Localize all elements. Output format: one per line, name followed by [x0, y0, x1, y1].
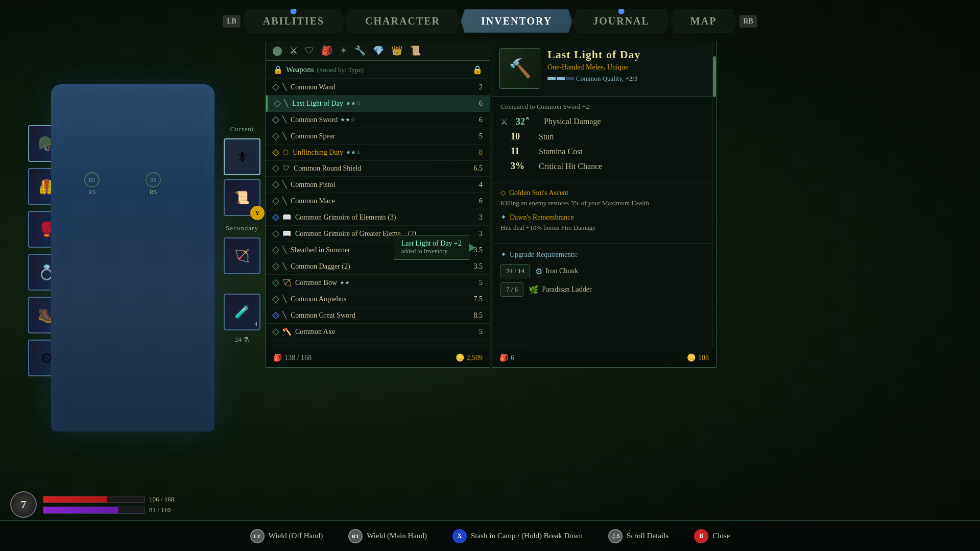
detail-quality: Common Quality, +2/3	[547, 75, 709, 83]
item-row[interactable]: 🛡 Common Round Shield 6.5	[266, 161, 490, 177]
physical-damage-icon: ⚔	[500, 117, 511, 127]
item-diamond	[272, 149, 279, 156]
item-name: Common Sword ★★☆	[291, 116, 465, 124]
item-name: Common Mace	[291, 197, 465, 205]
item-diamond	[272, 279, 279, 286]
offhand-slot-current[interactable]: 📜 Y	[224, 179, 260, 216]
dawn-ability-icon: ✦	[500, 213, 507, 222]
upgrade-icon: ✦	[500, 250, 507, 259]
level-badge: 7	[10, 491, 37, 518]
item-row[interactable]: ╲ Common Pistol 4	[266, 177, 490, 193]
item-row[interactable]: ╲ Last Light of Day ★★☆ 6	[266, 95, 490, 112]
tab-journal[interactable]: JOURNAL	[572, 9, 670, 33]
cat-magic-icon[interactable]: ✦	[340, 45, 347, 56]
stat-name-stun: Stun	[539, 132, 554, 141]
item-duty-icon: ⬡	[282, 148, 289, 157]
item-diamond	[272, 165, 279, 172]
cat-tools-icon[interactable]: 🔧	[354, 45, 366, 56]
item-diamond	[272, 295, 279, 302]
rt-button[interactable]: RT	[348, 529, 363, 543]
cat-misc-icon[interactable]: 👑	[391, 45, 402, 56]
item-spear-icon: ╲	[282, 132, 286, 140]
current-label: Current	[230, 125, 254, 133]
tab-map[interactable]: MAP	[670, 9, 737, 33]
item-value: 5	[465, 132, 483, 140]
scroll-label: Scroll Details	[627, 532, 668, 540]
cat-weapons-icon[interactable]: ⚔	[290, 45, 298, 56]
item-thumb-icon: 🔨	[509, 58, 532, 79]
item-row[interactable]: ╲ Common Mace 6	[266, 193, 490, 209]
action-bar: LT Wield (Off Hand) RT Wield (Main Hand)…	[0, 520, 980, 551]
potion-count: 4	[254, 321, 257, 328]
coin-display: 🪙 2,509	[456, 353, 483, 362]
action-scroll[interactable]: ⚓S Scroll Details	[608, 529, 668, 543]
hp-bar-row: 106 / 168	[43, 495, 185, 504]
left-stick-label: RS	[84, 188, 100, 196]
item-diamond	[272, 230, 279, 237]
stat-name-crit: Critical Hit Chance	[539, 162, 602, 171]
stat-value-physical: 32˄	[516, 116, 539, 127]
action-wield-offhand[interactable]: LT Wield (Off Hand)	[250, 529, 323, 543]
item-row[interactable]: 🪓 Common Axe 5	[266, 324, 490, 340]
cat-armor-icon[interactable]: 🛡	[305, 45, 314, 56]
detail-item-type: One-Handed Melee, Unique	[547, 63, 709, 71]
action-stash[interactable]: X Stash in Camp / (Hold) Break Down	[452, 529, 583, 543]
action-close[interactable]: B Close	[694, 529, 730, 543]
lb-button[interactable]: LB	[223, 15, 241, 28]
potion-slot[interactable]: 🧪 4	[224, 294, 260, 330]
item-thumbnail: 🔨	[499, 48, 540, 89]
action-wield-mainhand[interactable]: RT Wield (Main Hand)	[348, 529, 427, 543]
item-row[interactable]: ╲ Common Sword ★★☆ 6	[266, 112, 490, 128]
item-diamond	[274, 100, 281, 107]
item-name: Common Arquebus	[291, 295, 465, 303]
lt-button[interactable]: LT	[250, 529, 265, 543]
item-row[interactable]: ╲ Common Spear 5	[266, 128, 490, 145]
sort-text: (Sorted by: Type)	[317, 66, 364, 74]
req-item-2: 🌿 Paradisan Ladder	[529, 285, 592, 295]
stat-row: ⚔ 32˄ Physical Damage	[500, 116, 708, 127]
player-status: 7 106 / 168 81 / 110	[10, 491, 185, 518]
item-diamond	[272, 83, 279, 90]
item-name: Common Grimoire of Elements (3)	[295, 213, 465, 222]
star-icons: ★★	[340, 279, 350, 286]
ability-row: ✦ Dawn's Remembrance Hits deal +10% bonu…	[500, 213, 708, 232]
detail-scrollbar[interactable]	[712, 41, 716, 367]
character-area: 🪖 🦺 🥊 💍 🥾 ⚙ Current 🗡 📜 Y Secondary	[0, 41, 266, 475]
item-row[interactable]: 🌿 Electric Lily Seed (4) —	[266, 340, 490, 344]
item-row[interactable]: ╲ Common Great Sword 8.5	[266, 307, 490, 324]
cat-ls-icon[interactable]: ⬤	[272, 45, 282, 56]
journal-notification	[618, 8, 625, 14]
weapon-slot-current[interactable]: 🗡	[224, 138, 260, 175]
rb-button[interactable]: RB	[739, 15, 757, 28]
potion-icon: 🧪	[234, 305, 250, 319]
quality-bar-filled2	[557, 77, 565, 80]
item-value: 4	[465, 181, 483, 189]
item-row[interactable]: ╲ Common Wand 2	[266, 79, 490, 95]
item-row[interactable]: ⬡ Unflinching Duty ★★☆ 8	[266, 145, 490, 161]
b-button[interactable]: B	[694, 529, 708, 543]
tab-inventory[interactable]: INVENTORY	[461, 9, 572, 33]
left-stick-icon: RS	[84, 172, 100, 187]
item-name: Common Great Sword	[291, 312, 465, 320]
item-row[interactable]: 📖 Common Grimoire of Elements (3) 3	[266, 209, 490, 226]
item-value: 7.5	[465, 295, 483, 303]
cat-items-icon[interactable]: 🎒	[321, 45, 332, 56]
item-row[interactable]: ╲ Common Arquebus 7.5	[266, 291, 490, 307]
item-row[interactable]: ╲ Common Dagger (2) 3.5	[266, 258, 490, 275]
tab-abilities[interactable]: ABILITIES	[243, 9, 345, 33]
item-name: Common Axe	[295, 328, 465, 336]
y-button[interactable]: Y	[250, 206, 265, 220]
stash-label: Stash in Camp / (Hold) Break Down	[471, 532, 583, 540]
as-button[interactable]: ⚓S	[608, 529, 623, 543]
x-button[interactable]: X	[452, 529, 467, 543]
wield-offhand-label: Wield (Off Hand)	[269, 532, 323, 540]
lock-icon: 🔒	[273, 65, 283, 75]
detail-title-block: Last Light of Day One-Handed Melee, Uniq…	[547, 48, 709, 89]
cat-crafting-icon[interactable]: 💎	[373, 45, 384, 56]
item-row[interactable]: 🏹 Common Bow ★★ 5	[266, 275, 490, 291]
tab-character[interactable]: CHARACTER	[345, 9, 461, 33]
hp-text: 106 / 168	[149, 495, 185, 504]
weapon-slot-secondary[interactable]: 🏹	[224, 237, 260, 274]
item-value: 5	[465, 328, 483, 336]
cat-scroll-icon[interactable]: 📜	[410, 45, 421, 56]
